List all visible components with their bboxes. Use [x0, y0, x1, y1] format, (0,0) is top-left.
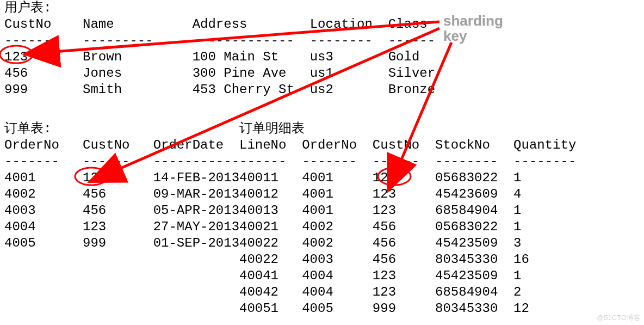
table-row: 999 Smith 453 Cherry St us2 Bronze — [4, 82, 451, 98]
watermark: @51CTO博客 — [597, 313, 641, 323]
orders-header-row: OrderNo CustNo OrderDate — [4, 137, 247, 154]
table-row: 40012 4001 123 45423609 4 — [239, 186, 576, 203]
table-row: 4003 456 05-APR-2013 — [4, 203, 247, 219]
orders-rows: 4001 123 14-FEB-2013 4002 456 09-MAR-201… — [4, 170, 247, 252]
table-row: 40013 4001 123 68584904 1 — [239, 203, 576, 219]
table-row: 123 Brown 100 Main St us3 Gold — [4, 49, 451, 65]
users-table: 用户表: CustNo Name Address Location Class … — [4, 0, 451, 98]
users-header-row: CustNo Name Address Location Class — [4, 16, 451, 33]
table-row: 4002 456 09-MAR-2013 — [4, 186, 247, 203]
users-divider: ------- --------- ------------- --------… — [4, 33, 451, 49]
sharding-key-label: shardingkey — [443, 13, 503, 44]
table-row: 4001 123 14-FEB-2013 — [4, 170, 247, 186]
table-row: 40021 4002 456 05683022 1 — [239, 219, 576, 235]
orders-title: 订单表: — [4, 121, 247, 137]
table-row: 456 Jones 300 Pine Ave us1 Silver — [4, 65, 451, 82]
orders-table: 订单表: OrderNo CustNo OrderDate ------- --… — [4, 121, 247, 252]
table-row: 40042 4004 123 68584904 2 — [239, 284, 576, 301]
users-rows: 123 Brown 100 Main St us3 Gold 456 Jones… — [4, 49, 451, 98]
table-row: 40022 4003 456 80345330 16 — [239, 252, 576, 268]
order-details-divider: ------ ------- ------ -------- -------- — [239, 154, 576, 170]
table-row: 40051 4005 999 80345330 12 — [239, 301, 576, 317]
users-title: 用户表: — [4, 0, 451, 16]
order-details-rows: 40011 4001 123 05683022 1 40012 4001 123… — [239, 170, 576, 317]
table-row: 4004 123 27-MAY-2013 — [4, 219, 247, 235]
table-row: 40011 4001 123 05683022 1 — [239, 170, 576, 186]
order-details-header-row: LineNo OrderNo CustNo StockNo Quantity — [239, 137, 576, 154]
table-row: 4005 999 01-SEP-2013 — [4, 235, 247, 252]
order-details-title: 订单明细表 — [239, 121, 576, 137]
table-row: 40041 4004 123 45423509 1 — [239, 268, 576, 284]
orders-divider: ------- ------ ----------- — [4, 154, 247, 170]
table-row: 40022 4002 456 45423509 3 — [239, 235, 576, 252]
order-details-table: 订单明细表 LineNo OrderNo CustNo StockNo Quan… — [239, 121, 576, 317]
